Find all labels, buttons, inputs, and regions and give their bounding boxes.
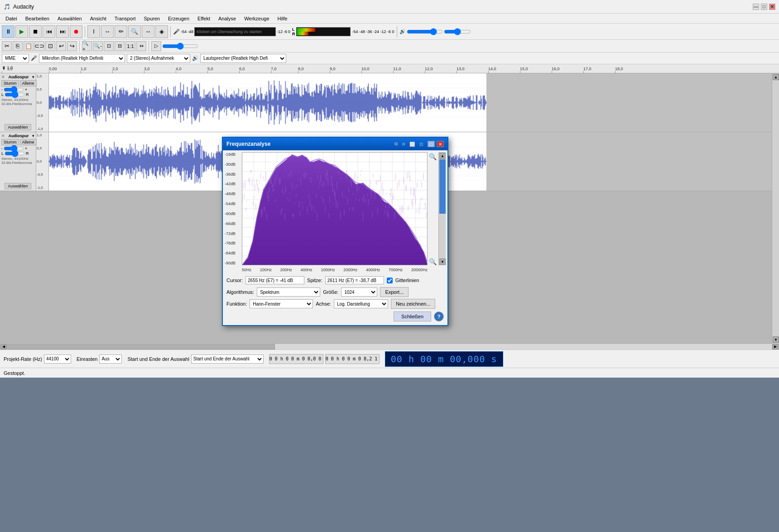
mic-meter[interactable]: Klicken um Überwachung zu starten bbox=[194, 27, 276, 36]
track2-close[interactable]: ✕ bbox=[1, 134, 5, 138]
speaker-select[interactable]: Lautsprecher (Realtek High Defi bbox=[200, 54, 286, 63]
chart-scroll-up[interactable]: ▲ bbox=[439, 153, 446, 159]
hz-200: 200Hz bbox=[280, 268, 292, 272]
menu-erzeugen[interactable]: Erzeugen bbox=[164, 15, 193, 22]
menu-spuren[interactable]: Spuren bbox=[140, 15, 163, 22]
db-label-66: -66dB bbox=[225, 221, 242, 226]
maximize-button[interactable]: □ bbox=[761, 4, 767, 10]
scroll-left-button[interactable]: ◀ bbox=[0, 344, 7, 350]
track2-dropdown[interactable]: ▾ bbox=[32, 134, 34, 138]
driver-select[interactable]: MME bbox=[2, 54, 29, 63]
copy-button[interactable]: ⎘ bbox=[13, 41, 23, 51]
zoom-normal-button[interactable]: 1:1 bbox=[125, 41, 135, 51]
menu-auswaehlen[interactable]: Auswählen bbox=[54, 15, 86, 22]
menu-datei[interactable]: Datei bbox=[2, 15, 21, 22]
scroll-up-button[interactable]: ▲ bbox=[773, 74, 779, 80]
sel-end-input[interactable] bbox=[325, 354, 380, 364]
zoom-in-button[interactable]: 🔍+ bbox=[82, 41, 92, 51]
dialog-maximize-button[interactable]: □ bbox=[428, 141, 435, 147]
record-button[interactable]: ⏺ bbox=[70, 25, 82, 38]
play-button[interactable]: ▶ bbox=[15, 25, 28, 38]
stop-button[interactable]: ⏹ bbox=[29, 25, 42, 38]
zoom-toggle-button[interactable]: ⇔ bbox=[136, 41, 146, 51]
close-button[interactable]: ✕ bbox=[769, 4, 775, 10]
track2-mute-button[interactable]: Stumm bbox=[1, 139, 19, 145]
trim-button[interactable]: ⊂⊃ bbox=[34, 41, 44, 51]
vertical-scrollbar[interactable]: ▲ ▼ bbox=[772, 73, 779, 343]
playback-speed-slider[interactable] bbox=[444, 29, 471, 34]
envelope-tool[interactable]: ↔ bbox=[101, 25, 114, 38]
track2-pan-slider[interactable] bbox=[5, 152, 25, 155]
menu-bearbeiten[interactable]: Bearbeiten bbox=[22, 15, 53, 22]
chart-zoom-out-icon[interactable]: 🔍 bbox=[429, 258, 437, 265]
menu-analyse[interactable]: Analyse bbox=[215, 15, 240, 22]
skip-back-button[interactable]: ⏮ bbox=[43, 25, 55, 38]
grid-checkbox[interactable] bbox=[387, 278, 393, 283]
play-at-speed-button[interactable]: ▷ bbox=[151, 41, 161, 51]
scroll-right-button[interactable]: ▶ bbox=[772, 344, 779, 350]
selection-tool[interactable]: I bbox=[87, 25, 100, 38]
menu-werkzeuge[interactable]: Werkzeuge bbox=[240, 15, 273, 22]
pause-button[interactable]: ⏸ bbox=[2, 25, 14, 38]
skip-forward-button[interactable]: ⏭ bbox=[56, 25, 69, 38]
paste-button[interactable]: 📋 bbox=[24, 41, 34, 51]
track1-select-button[interactable]: Auswählen bbox=[5, 124, 31, 130]
chart-zoom-in-icon[interactable]: 🔍 bbox=[429, 153, 437, 160]
menu-effekt[interactable]: Effekt bbox=[194, 15, 214, 22]
undo-button[interactable]: ↩ bbox=[56, 41, 66, 51]
close-dialog-button[interactable]: Schließen bbox=[394, 312, 431, 321]
track2-solo-button[interactable]: Alleine bbox=[20, 139, 37, 145]
track1-dropdown[interactable]: ▾ bbox=[32, 75, 34, 79]
zoom-out-button[interactable]: 🔍- bbox=[93, 41, 103, 51]
output-meter[interactable] bbox=[296, 27, 351, 36]
algorithm-select[interactable]: Spektrum bbox=[257, 288, 320, 297]
dialog-close-button[interactable]: ✕ bbox=[437, 141, 444, 147]
size-select[interactable]: 1024 bbox=[341, 288, 377, 297]
zoom-fit-button[interactable]: ⊡ bbox=[104, 41, 114, 51]
track2-info1: Stereo, 44100Hz bbox=[1, 157, 34, 161]
axis-select[interactable]: Log. Darstellung bbox=[334, 299, 388, 308]
timeline-ruler[interactable]: ▼ 1,0 bbox=[0, 64, 779, 73]
multi-tool[interactable]: ◈ bbox=[155, 25, 168, 38]
scroll-down-button[interactable]: ▼ bbox=[773, 336, 779, 343]
peak-label: Spitze: bbox=[307, 278, 322, 283]
microphone-select[interactable]: Mikrofon (Realtek High Definiti bbox=[39, 54, 125, 63]
output-volume-slider[interactable] bbox=[407, 29, 443, 34]
chart-scroll-thumb[interactable] bbox=[439, 159, 446, 214]
silence-button[interactable]: ⊡ bbox=[45, 41, 55, 51]
draw-tool[interactable]: ✏ bbox=[115, 25, 127, 38]
zoom-tool[interactable]: 🔍 bbox=[128, 25, 141, 38]
menu-transport[interactable]: Transport bbox=[111, 15, 139, 22]
hscroll-thumb[interactable] bbox=[7, 344, 275, 350]
sel-format-select[interactable]: Start und Ende der Auswahl bbox=[191, 355, 264, 364]
speed-slider[interactable] bbox=[162, 43, 198, 49]
track1-close[interactable]: ✕ bbox=[1, 75, 5, 79]
track1-pan-slider[interactable] bbox=[5, 93, 25, 96]
menu-hilfe[interactable]: Hilfe bbox=[274, 15, 291, 22]
project-rate-select[interactable]: 44100 bbox=[44, 355, 71, 364]
timeshift-tool[interactable]: ↔ bbox=[142, 25, 154, 38]
export-button[interactable]: Export... bbox=[380, 287, 409, 297]
track2-select-button[interactable]: Auswählen bbox=[5, 183, 31, 189]
minimize-button[interactable]: — bbox=[753, 4, 759, 10]
sel-start-input[interactable] bbox=[269, 354, 323, 364]
track1-waveform-canvas[interactable] bbox=[49, 73, 486, 132]
horizontal-scrollbar[interactable]: ◀ ▶ bbox=[0, 343, 779, 350]
track1-solo-button[interactable]: Alleine bbox=[20, 80, 37, 86]
zoom-selection-button[interactable]: ⊟ bbox=[115, 41, 125, 51]
help-button[interactable]: ? bbox=[434, 312, 444, 321]
cursor-value-input[interactable] bbox=[245, 276, 304, 284]
peak-value-input[interactable] bbox=[325, 276, 384, 284]
app-title-text: Audacity bbox=[13, 4, 34, 10]
menu-ansicht[interactable]: Ansicht bbox=[87, 15, 110, 22]
function-select[interactable]: Hann-Fenster bbox=[250, 299, 313, 308]
channels-select[interactable]: 2 (Stereo) Aufnahmek bbox=[127, 54, 190, 63]
track1-mute-button[interactable]: Stumm bbox=[1, 80, 19, 86]
redo-button[interactable]: ↪ bbox=[67, 41, 77, 51]
cut-button[interactable]: ✂ bbox=[2, 41, 12, 51]
snap-select[interactable]: Aus bbox=[99, 355, 122, 364]
chart-scroll-down[interactable]: ▼ bbox=[439, 259, 446, 265]
chart-scrollbar[interactable]: ▲ ▼ bbox=[438, 152, 446, 265]
spectrum-chart[interactable] bbox=[242, 152, 428, 265]
redraw-button[interactable]: Neu zeichnen... bbox=[391, 299, 435, 309]
